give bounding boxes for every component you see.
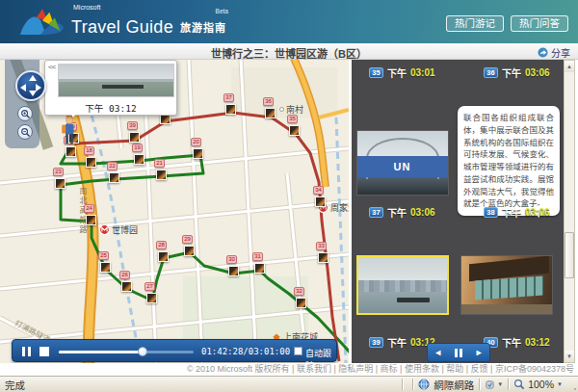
metro-station-icon — [99, 224, 110, 235]
popup-collapse-button[interactable]: << — [48, 63, 55, 71]
marker-photo-thumb — [225, 104, 236, 115]
marker-photo-thumb — [86, 157, 96, 168]
route-marker-25[interactable]: 25 — [100, 262, 112, 274]
route-marker-39[interactable]: 39 — [129, 132, 141, 144]
route-marker-34[interactable]: 34 — [315, 196, 327, 208]
marker-photo-thumb — [158, 251, 169, 262]
route-marker-18[interactable]: 18 — [86, 157, 97, 169]
popup-timestamp: 下午 03:12 — [45, 101, 176, 115]
route-marker-30[interactable]: 30 — [228, 266, 240, 277]
route-marker-36[interactable]: 36 — [265, 108, 276, 119]
brand-logo[interactable]: Microsoft Travel Guide Beta 旅游指南 — [19, 4, 226, 39]
marker-photo-thumb — [254, 263, 265, 274]
photo-entry-label-36[interactable]: 36 下午 03:06 — [484, 65, 550, 80]
marker-number-label: 39 — [127, 121, 138, 130]
route-marker-37[interactable]: 37 — [225, 104, 237, 116]
beta-tag: Beta — [216, 8, 228, 14]
magnifier-plus-icon — [20, 109, 31, 119]
security-zone-indicator[interactable]: 網際網路 — [418, 378, 474, 392]
zoom-level-label: 100% — [528, 379, 554, 390]
route-marker-26[interactable]: 26 — [121, 281, 133, 293]
photo-entry-label-35[interactable]: 35 下午 03:01 — [369, 65, 435, 80]
security-settings-dropdown[interactable]: ▼ — [485, 379, 503, 390]
entry-time: 03:06 — [525, 67, 550, 78]
marker-number-label: 26 — [119, 271, 130, 279]
entry-period: 下午 — [502, 335, 521, 350]
marker-number-label: 21 — [154, 159, 165, 168]
route-marker-28[interactable]: 28 — [158, 251, 170, 263]
marker-number-label: 19 — [132, 144, 143, 152]
photo-ground — [357, 177, 448, 195]
scroll-down-arrow[interactable]: ▼ — [565, 351, 574, 362]
slideshow-controls: ◄ ► — [427, 343, 490, 362]
entry-number-badge: 37 — [369, 207, 383, 218]
route-marker-32[interactable]: 32 — [296, 298, 307, 309]
entry-time: 03:01 — [410, 67, 435, 78]
marker-number-label: 30 — [226, 255, 237, 264]
share-label: 分享 — [551, 45, 570, 60]
map-canvas[interactable]: 南村 世博园 周家渡 上南花城 — [0, 60, 349, 363]
route-marker-27[interactable]: 27 — [146, 293, 158, 304]
product-wordmark: Travel Guide — [71, 18, 173, 36]
site-footer: © 2010 Microsoft 版权所有 | 联系我们 | 隐私声明 | 商标… — [0, 363, 578, 376]
scroll-up-arrow[interactable]: ▲ — [565, 61, 574, 72]
stop-button[interactable] — [39, 347, 49, 356]
route-marker-22[interactable]: 22 — [109, 172, 120, 184]
photo-thumbnail-35[interactable]: UN — [356, 130, 449, 196]
slideshow-pause-button[interactable] — [455, 349, 462, 357]
route-marker-21[interactable]: 21 — [156, 170, 168, 181]
note-text: 联合国各组织组成联合体，集中展示联合国及其系统机构的各国际组织在可持续发展、气候… — [463, 113, 554, 208]
zoom-out-button[interactable] — [17, 124, 33, 140]
marker-number-label: 34 — [313, 186, 324, 195]
next-photo-button[interactable]: ► — [475, 349, 484, 357]
route-marker-24[interactable]: 24 — [86, 215, 97, 226]
page-title: 世博行之三：世博园区游（B区） — [0, 45, 578, 61]
photo-barge — [102, 85, 144, 89]
share-button[interactable]: 分享 — [538, 45, 570, 60]
route-marker-19[interactable]: 19 — [134, 154, 145, 166]
route-marker-29[interactable]: 29 — [184, 246, 196, 257]
route-marker-23[interactable]: 23 — [55, 178, 66, 190]
marker-number-label: 20 — [191, 138, 201, 146]
pan-control[interactable] — [15, 70, 46, 101]
panel-scrollbar[interactable]: ▲ ▼ — [564, 60, 575, 363]
entry-period: 下午 — [502, 205, 521, 220]
marker-photo-thumb — [156, 170, 167, 180]
pause-button[interactable] — [22, 347, 31, 356]
route-marker-20[interactable]: 20 — [193, 148, 204, 160]
photo-entry-label-40[interactable]: 40 下午 03:12 — [484, 335, 550, 350]
marker-number-label: 31 — [252, 252, 263, 261]
auto-follow-checkbox[interactable] — [294, 347, 302, 355]
popup-photo[interactable] — [58, 64, 174, 97]
pavilion-glass — [475, 275, 543, 300]
photo-entry-label-39[interactable]: 39 下午 03:12 — [369, 335, 435, 350]
zoom-in-button[interactable] — [17, 106, 33, 121]
photo-sky — [59, 65, 173, 79]
zoom-control[interactable]: 100% ▼ — [513, 379, 563, 390]
route-marker-33[interactable]: 33 — [318, 252, 329, 264]
photo-entry-label-38[interactable]: 38 下午 03:06 — [484, 205, 550, 220]
timeline-thumb[interactable] — [138, 347, 147, 356]
photo-sky — [357, 131, 448, 156]
timeline-slider[interactable] — [59, 351, 194, 353]
photo-thumbnail-38[interactable] — [460, 255, 553, 315]
photo-thumbnail-37-selected[interactable] — [356, 255, 449, 315]
previous-photo-button[interactable]: ◄ — [434, 349, 442, 357]
marker-photo-thumb — [318, 252, 328, 263]
copyright-links[interactable]: © 2010 Microsoft 版权所有 | 联系我们 | 隐私声明 | 商标… — [187, 364, 574, 374]
marker-number-label: 32 — [294, 287, 304, 296]
route-marker-31[interactable]: 31 — [254, 263, 266, 274]
browser-status-bar: 完成 網際網路 ▼ — [0, 376, 578, 392]
resize-grip[interactable] — [574, 388, 576, 390]
marker-photo-thumb — [55, 178, 66, 189]
photo-entry-label-37[interactable]: 37 下午 03:06 — [369, 205, 435, 220]
brand-text: Microsoft Travel Guide Beta 旅游指南 — [71, 4, 226, 36]
marker-number-label: 23 — [53, 168, 64, 176]
route-marker-35[interactable]: 35 — [289, 125, 301, 137]
hot-qa-button[interactable]: 热门问答 — [511, 15, 568, 32]
hot-travel-notes-button[interactable]: 热门游记 — [446, 15, 504, 32]
pan-right-icon — [36, 84, 41, 91]
scrollbar-thumb[interactable] — [565, 232, 574, 278]
entry-time: 03:06 — [410, 207, 435, 218]
photo-barge — [397, 298, 429, 301]
